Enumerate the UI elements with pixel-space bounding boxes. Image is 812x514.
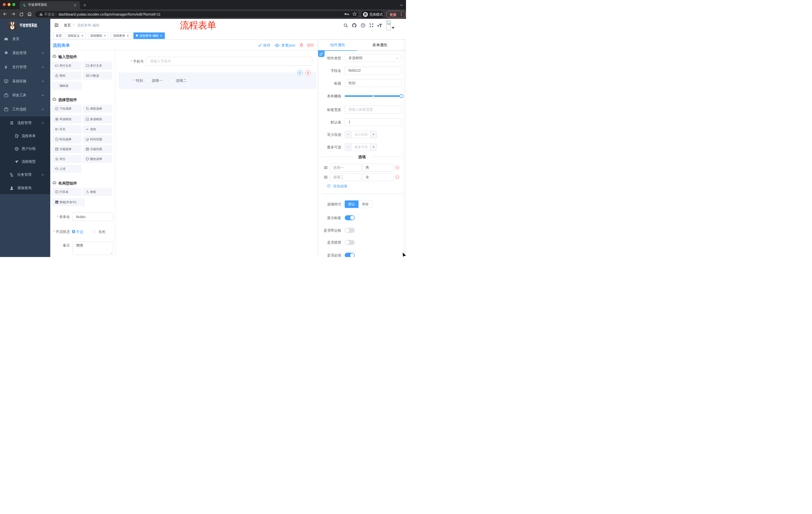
svg-text:123: 123: [86, 75, 89, 77]
